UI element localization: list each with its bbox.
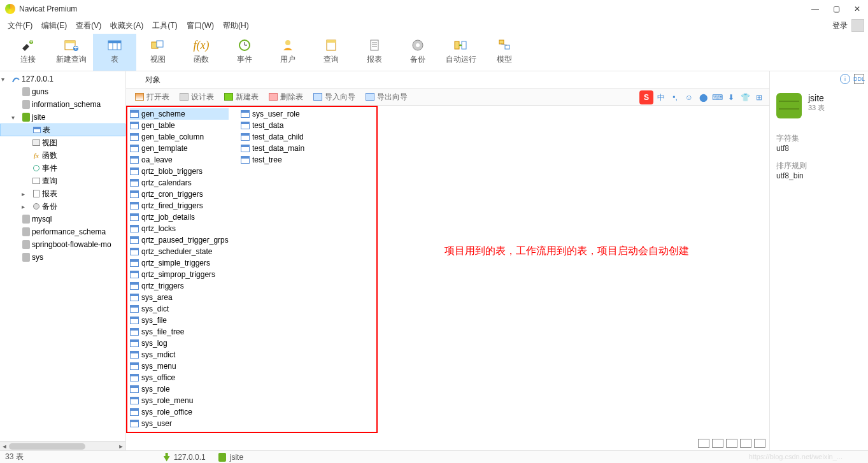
tool-model[interactable]: 模型 — [483, 34, 526, 71]
tree-db-child[interactable]: ▸备份 — [0, 200, 125, 213]
table-item[interactable]: qrtz_fired_triggers — [130, 200, 229, 211]
design-table-button[interactable]: 设计表 — [176, 90, 218, 104]
tool-connection[interactable]: + 连接 — [6, 34, 50, 71]
ime-punct-button[interactable]: •, — [669, 91, 681, 104]
tree-connection[interactable]: ▾ 127.0.0.1 — [0, 73, 125, 85]
ime-voice-button[interactable]: ⬤ — [697, 91, 709, 104]
tree-database[interactable]: sys — [0, 251, 125, 264]
tool-table[interactable]: 表 — [93, 34, 136, 71]
table-item[interactable]: sys_area — [130, 292, 229, 303]
table-item[interactable]: qrtz_simple_triggers — [130, 257, 229, 269]
tool-query[interactable]: 查询 — [309, 34, 353, 71]
delete-table-button[interactable]: 删除表 — [265, 90, 307, 104]
minimize-button[interactable]: — — [811, 4, 819, 13]
import-wizard-button[interactable]: 导入向导 — [309, 90, 359, 104]
table-item[interactable]: qrtz_paused_trigger_grps — [130, 234, 229, 246]
table-item[interactable]: test_tree — [241, 154, 304, 166]
table-item[interactable]: sys_role_office — [130, 406, 229, 418]
ime-emoji-button[interactable]: ☺ — [683, 91, 695, 104]
tool-view[interactable]: 视图 — [136, 34, 180, 71]
table-item[interactable]: gen_scheme — [130, 108, 229, 120]
table-item[interactable]: sys_file_tree — [130, 326, 229, 338]
table-item[interactable]: sys_user_role — [241, 108, 304, 120]
tool-user[interactable]: 用户 — [266, 34, 309, 71]
plug-icon: + — [20, 39, 36, 52]
sidebar-scrollbar[interactable]: ◄ ► — [0, 441, 125, 450]
tree-db-child[interactable]: 表 — [0, 124, 125, 136]
table-item[interactable]: sys_role_menu — [130, 395, 229, 406]
table-item[interactable]: oa_leave — [130, 154, 229, 166]
table-item[interactable]: sys_user — [130, 418, 229, 429]
view-mode-detail-icon[interactable] — [712, 439, 723, 448]
tree-database[interactable]: guns — [0, 85, 125, 98]
sogou-badge-icon[interactable]: S — [639, 90, 653, 104]
tree-database[interactable]: performance_schema — [0, 225, 125, 238]
view-mode-list-icon[interactable] — [698, 439, 709, 448]
table-item[interactable]: sys_menu — [130, 360, 229, 372]
table-item[interactable]: sys_log — [130, 338, 229, 349]
table-item[interactable]: qrtz_job_details — [130, 211, 229, 223]
table-icon — [130, 190, 139, 198]
table-item[interactable]: test_data_main — [241, 143, 304, 154]
tool-autorun[interactable]: 自动运行 — [439, 34, 483, 71]
view-mode-large-icon[interactable] — [754, 439, 765, 448]
table-item[interactable]: test_data — [241, 120, 304, 131]
menu-file[interactable]: 文件(F) — [4, 19, 36, 32]
info-icon[interactable]: i — [840, 74, 850, 84]
ime-skin-button[interactable]: 👕 — [739, 91, 751, 104]
table-item[interactable]: test_data_child — [241, 131, 304, 143]
ime-grid-button[interactable]: ⊞ — [753, 91, 765, 104]
ddl-icon[interactable]: DDL — [854, 74, 864, 84]
close-button[interactable]: ✕ — [854, 4, 860, 13]
tool-backup[interactable]: 备份 — [396, 34, 439, 71]
tree-database[interactable]: ▾jsite — [0, 111, 125, 124]
ime-lang-button[interactable]: 中 — [655, 91, 667, 104]
table-item[interactable]: qrtz_locks — [130, 223, 229, 234]
table-item[interactable]: sys_mdict — [130, 349, 229, 360]
login-area[interactable]: 登录 — [832, 19, 864, 32]
tool-report[interactable]: 报表 — [353, 34, 396, 71]
open-table-button[interactable]: 打开表 — [131, 90, 173, 104]
table-item[interactable]: sys_dict — [130, 303, 229, 315]
new-table-button[interactable]: 新建表 — [220, 90, 262, 104]
ime-keyboard-button[interactable]: ⌨ — [711, 91, 723, 104]
table-item[interactable]: qrtz_calendars — [130, 177, 229, 189]
tree-db-child[interactable]: 视图 — [0, 136, 125, 149]
scroll-right-icon[interactable]: ► — [117, 442, 125, 450]
menu-edit[interactable]: 编辑(E) — [38, 19, 71, 32]
tree-database[interactable]: information_schema — [0, 98, 125, 111]
scroll-left-icon[interactable]: ◄ — [0, 442, 9, 450]
tree-db-child[interactable]: fx函数 — [0, 149, 125, 162]
table-item[interactable]: qrtz_simprop_triggers — [130, 269, 229, 280]
view-mode-er-icon[interactable] — [726, 439, 737, 448]
table-item[interactable]: gen_template — [130, 143, 229, 154]
table-item[interactable]: gen_table_column — [130, 131, 229, 143]
ime-down-button[interactable]: ⬇ — [725, 91, 737, 104]
view-mode-grid-icon[interactable] — [740, 439, 751, 448]
menu-favorites[interactable]: 收藏夹(A) — [106, 19, 147, 32]
table-item[interactable]: sys_office — [130, 372, 229, 383]
table-item[interactable]: qrtz_blob_triggers — [130, 166, 229, 177]
table-item[interactable]: sys_role — [130, 383, 229, 395]
table-item[interactable]: qrtz_scheduler_state — [130, 246, 229, 257]
tool-event[interactable]: 事件 — [223, 34, 266, 71]
menu-view[interactable]: 查看(V) — [72, 19, 105, 32]
object-tab[interactable]: 对象 — [138, 72, 168, 88]
maximize-button[interactable]: ▢ — [833, 4, 840, 13]
menu-window[interactable]: 窗口(W) — [183, 19, 218, 32]
menu-tools[interactable]: 工具(T) — [148, 19, 181, 32]
table-item[interactable]: qrtz_triggers — [130, 280, 229, 292]
tree-database[interactable]: springboot-flowable-mo — [0, 238, 125, 251]
tree-db-child[interactable]: 事件 — [0, 162, 125, 175]
tool-function[interactable]: f(x) 函数 — [180, 34, 223, 71]
export-wizard-button[interactable]: 导出向导 — [362, 90, 411, 104]
tool-new-query[interactable]: + 新建查询 — [50, 34, 93, 71]
tree-db-child[interactable]: 查询 — [0, 175, 125, 187]
table-item[interactable]: sys_file — [130, 315, 229, 326]
table-item[interactable]: qrtz_cron_triggers — [130, 189, 229, 200]
scroll-thumb[interactable] — [9, 443, 85, 450]
table-item[interactable]: gen_table — [130, 120, 229, 131]
tree-db-child[interactable]: ▸报表 — [0, 187, 125, 200]
menu-help[interactable]: 帮助(H) — [219, 19, 253, 32]
tree-database[interactable]: mysql — [0, 213, 125, 225]
